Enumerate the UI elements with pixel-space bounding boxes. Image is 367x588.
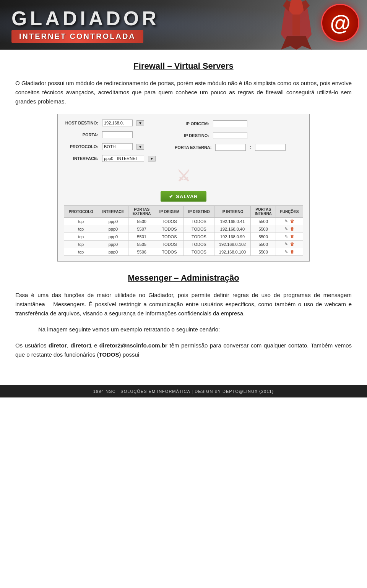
paragraph3: Na imagem seguinte vemos um exemplo retr… bbox=[38, 325, 352, 334]
form-watermark-area: ⚔ bbox=[64, 165, 303, 187]
interface-input[interactable]: ppp0 - INTERNET bbox=[102, 155, 144, 162]
cell-interface: ppp0 bbox=[98, 233, 128, 241]
porta-row: PORTA: bbox=[64, 131, 156, 138]
header-subtitle: INTERNET CONTROLADA bbox=[19, 32, 136, 41]
colon-separator: : bbox=[250, 145, 251, 150]
cell-ip-origem: TODOS bbox=[155, 225, 184, 233]
cell-ip-interno: 192.168.0.40 bbox=[214, 225, 250, 233]
cell-portas-int: 5500 bbox=[251, 241, 276, 248]
section1-title: Firewall – Virtual Servers bbox=[15, 61, 352, 71]
delete-icon[interactable]: 🗑 bbox=[290, 234, 294, 239]
page-footer: 1994 NSC - SOLUÇÕES EM INFORMÁTICA | DES… bbox=[0, 385, 367, 397]
paragraph2: Essa é uma das funções de maior utilidad… bbox=[15, 291, 352, 318]
table-row: tcp ppp0 5506 TODOS TODOS 192.168.0.100 … bbox=[64, 248, 303, 256]
page-header: GLADIADOR INTERNET CONTROLADA @ bbox=[0, 0, 367, 50]
cell-ip-interno: 192.168.0.102 bbox=[214, 241, 250, 248]
interface-dropdown-icon[interactable]: ▼ bbox=[148, 156, 156, 162]
cell-interface: ppp0 bbox=[98, 225, 128, 233]
delete-icon[interactable]: 🗑 bbox=[290, 219, 294, 223]
paragraph4-prefix: Os usuários bbox=[15, 342, 49, 349]
save-button[interactable]: ✔ SALVAR bbox=[161, 191, 206, 202]
porta-input[interactable] bbox=[102, 131, 133, 138]
porta-label: PORTA: bbox=[64, 132, 98, 137]
delete-icon[interactable]: 🗑 bbox=[290, 226, 294, 231]
section2-title: Messenger – Administração bbox=[15, 273, 352, 283]
cell-portas-int: 5500 bbox=[251, 218, 276, 225]
cell-protocolo: tcp bbox=[64, 225, 98, 233]
cell-portas-ext: 5505 bbox=[128, 241, 155, 248]
edit-icon[interactable]: ✎ bbox=[284, 234, 288, 239]
protocolo-row: PROTOCOLO: BOTH ▼ bbox=[64, 143, 156, 150]
cell-ip-destino: TODOS bbox=[184, 241, 214, 248]
footer-text: 1994 NSC - SOLUÇÕES EM INFORMÁTICA | DES… bbox=[93, 389, 274, 394]
svg-rect-4 bbox=[292, 15, 300, 36]
cell-portas-int: 5500 bbox=[251, 248, 276, 256]
host-destino-label: HOST DESTINO: bbox=[64, 121, 98, 125]
cell-ip-destino: TODOS bbox=[184, 248, 214, 256]
col-portas-externa: PORTASEXTERNA bbox=[128, 206, 155, 218]
cell-ip-destino: TODOS bbox=[184, 218, 214, 225]
col-portas-interna: PORTASINTERNA bbox=[251, 206, 276, 218]
warrior-graphic bbox=[279, 0, 317, 50]
interface-label: INTERFACE: bbox=[64, 156, 98, 161]
form-left-col: HOST DESTINO: 192.168.0. ▼ PORTA: PROTOC… bbox=[64, 120, 156, 165]
cell-ip-origem: TODOS bbox=[155, 233, 184, 241]
edit-icon[interactable]: ✎ bbox=[284, 226, 288, 231]
delete-icon[interactable]: 🗑 bbox=[290, 242, 294, 246]
delete-icon[interactable]: 🗑 bbox=[290, 249, 294, 254]
header-subtitle-bar: INTERNET CONTROLADA bbox=[11, 30, 143, 43]
porta-externa-input2[interactable] bbox=[255, 144, 286, 151]
ip-destino-row: IP DESTINO: bbox=[175, 132, 286, 139]
cell-ip-origem: TODOS bbox=[155, 241, 184, 248]
protocolo-label: PROTOCOLO: bbox=[64, 144, 98, 149]
save-button-row: ✔ SALVAR bbox=[64, 187, 303, 205]
paragraph4-end: ) possui bbox=[119, 351, 140, 358]
col-ip-origem: IP ORIGEM bbox=[155, 206, 184, 218]
cell-protocolo: tcp bbox=[64, 233, 98, 241]
interface-row: INTERFACE: ppp0 - INTERNET ▼ bbox=[64, 155, 156, 162]
cell-portas-ext: 5506 bbox=[128, 248, 155, 256]
cell-ip-destino: TODOS bbox=[184, 233, 214, 241]
ip-destino-label: IP DESTINO: bbox=[175, 133, 209, 138]
paragraph4: Os usuários diretor, diretor1 e diretor2… bbox=[15, 341, 352, 359]
form-right-col: IP ORIGEM: IP DESTINO: PORTA EXTERNA: : bbox=[175, 120, 286, 165]
porta-externa-row: PORTA EXTERNA: : bbox=[175, 144, 286, 151]
cell-ip-origem: TODOS bbox=[155, 248, 184, 256]
brand-title: GLADIADOR bbox=[11, 7, 159, 30]
firewall-form: HOST DESTINO: 192.168.0. ▼ PORTA: PROTOC… bbox=[57, 114, 310, 262]
paragraph3-text: Na imagem seguinte vemos um exemplo retr… bbox=[38, 326, 220, 333]
porta-externa-input[interactable] bbox=[215, 144, 246, 151]
cell-ip-interno: 192.168.0.99 bbox=[214, 233, 250, 241]
host-dropdown-icon[interactable]: ▼ bbox=[136, 120, 144, 126]
table-row: tcp ppp0 5507 TODOS TODOS 192.168.0.40 5… bbox=[64, 225, 303, 233]
col-protocolo: PROTOCOLO bbox=[64, 206, 98, 218]
col-funcoes: FUNÇÕES bbox=[276, 206, 303, 218]
table-row: tcp ppp0 5500 TODOS TODOS 192.168.0.41 5… bbox=[64, 218, 303, 225]
cell-protocolo: tcp bbox=[64, 248, 98, 256]
col-ip-destino: IP DESTINO bbox=[184, 206, 214, 218]
user-diretor1: diretor1 bbox=[70, 342, 92, 349]
firewall-rules-table-wrapper: PROTOCOLO INTERFACE PORTASEXTERNA IP ORI… bbox=[64, 205, 303, 256]
ip-destino-input[interactable] bbox=[213, 132, 247, 139]
cell-protocolo: tcp bbox=[64, 241, 98, 248]
edit-icon[interactable]: ✎ bbox=[284, 219, 288, 223]
user-diretor2: diretor2@nscinfo.com.br bbox=[99, 342, 167, 349]
host-destino-input[interactable]: 192.168.0. bbox=[102, 120, 133, 126]
cell-actions: ✎ 🗑 bbox=[276, 218, 303, 225]
watermark: ⚔ bbox=[177, 167, 190, 185]
edit-icon[interactable]: ✎ bbox=[284, 249, 288, 254]
paragraph4-mid1: , bbox=[67, 342, 71, 349]
cell-portas-int: 5500 bbox=[251, 233, 276, 241]
cell-ip-destino: TODOS bbox=[184, 225, 214, 233]
table-row: tcp ppp0 5505 TODOS TODOS 192.168.0.102 … bbox=[64, 241, 303, 248]
ip-origem-input[interactable] bbox=[213, 120, 247, 127]
cell-interface: ppp0 bbox=[98, 218, 128, 225]
protocolo-input[interactable]: BOTH bbox=[102, 143, 133, 150]
firewall-rules-table: PROTOCOLO INTERFACE PORTASEXTERNA IP ORI… bbox=[64, 205, 303, 256]
edit-icon[interactable]: ✎ bbox=[284, 242, 288, 246]
cell-actions: ✎ 🗑 bbox=[276, 233, 303, 241]
cell-portas-int: 5500 bbox=[251, 225, 276, 233]
table-header: PROTOCOLO INTERFACE PORTASEXTERNA IP ORI… bbox=[64, 206, 303, 218]
protocolo-dropdown-icon[interactable]: ▼ bbox=[136, 144, 144, 150]
host-destino-row: HOST DESTINO: 192.168.0. ▼ bbox=[64, 120, 156, 126]
